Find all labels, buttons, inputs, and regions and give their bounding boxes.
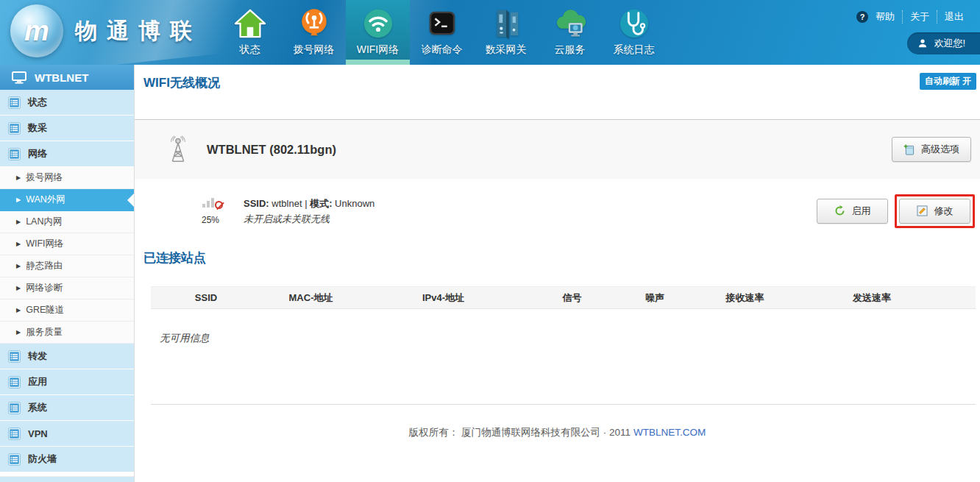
sidebar-item-label: 网络诊断 (26, 282, 63, 294)
list-icon (8, 376, 21, 389)
user-icon (917, 38, 928, 49)
sidebar-item-label: 防火墙 (28, 453, 57, 466)
submenu-arrow-icon: ▶ (16, 174, 21, 181)
enable-refresh-icon (834, 205, 845, 216)
nav-tab[interactable]: 系统日志 (602, 0, 666, 65)
sidebar-item[interactable]: ▶ 服务质量 (0, 322, 134, 344)
sidebar-item[interactable]: ▶ 网络诊断 (0, 277, 134, 300)
stations-section-title: 已连接站点 (143, 249, 980, 266)
nav-tab-label: 系统日志 (614, 43, 655, 57)
signal-block: 25% (190, 196, 231, 225)
list-icon (8, 96, 21, 109)
stations-column-header: MAC-地址 (261, 291, 361, 305)
page-title: WIFI无线概况 (143, 74, 220, 91)
advanced-options-button[interactable]: 高级选项 (892, 137, 971, 162)
radio-title: WTBLNET (802.11bgn) (207, 143, 336, 157)
stations-column-header: 接收速率 (692, 291, 798, 305)
top-links: ? 帮助 关于 退出 (856, 10, 971, 24)
sidebar-item-label: 应用 (28, 375, 47, 389)
sidebar-item-label: VPN (28, 428, 48, 439)
submenu-arrow-icon: ▶ (16, 219, 21, 225)
device-name-label: WTBLNET (35, 71, 88, 84)
edit-button[interactable]: 修改 (899, 199, 970, 224)
nav-tab[interactable]: 数采网关 (474, 0, 538, 65)
sidebar-item[interactable]: ▶ VPN (0, 421, 134, 447)
stations-table-header: SSID MAC-地址 IPv4-地址 信号 噪声 接收速率 发送速率 (151, 286, 976, 309)
brand-logo: m 物通博联 (10, 4, 202, 57)
sidebar-item-label: GRE隧道 (26, 304, 64, 316)
nav-tab-label: 状态 (240, 43, 260, 57)
stations-column-header: 噪声 (618, 291, 692, 305)
highlight-annotation: 修改 (895, 194, 975, 228)
nav-tab-label: 拨号网络 (294, 43, 335, 57)
sidebar-item[interactable]: ▶ WIFI网络 (0, 233, 134, 255)
list-icon (8, 350, 21, 363)
cloud-icon (553, 6, 587, 41)
top-nav: 状态 拨号网络 WIFI网络 诊断命令 (218, 0, 666, 65)
mode-value: Unknown (335, 198, 374, 209)
logout-link[interactable]: 退出 (937, 10, 971, 24)
sidebar-item[interactable]: ▶ 防火墙 (0, 447, 134, 472)
sidebar-item-label: WIFI网络 (26, 238, 63, 250)
top-header: m 物通博联 状态 拨号网络 WIFI网络 (0, 0, 980, 65)
sidebar-item-label: 数采 (28, 121, 47, 135)
footer: 版权所有： 厦门物通博联网络科技有限公司 · 2011 WTBLNET.COM (135, 426, 980, 439)
ssid-value: wtblnet (271, 198, 302, 209)
monitor-icon (12, 71, 26, 84)
welcome-label: 欢迎您! (934, 37, 965, 50)
sidebar-item[interactable]: ▶ 应用 (0, 369, 134, 395)
sidebar-item[interactable]: ▶ GRE隧道 (0, 300, 134, 322)
wifi-icon (361, 6, 395, 41)
nav-tab[interactable]: WIFI网络 (346, 0, 410, 65)
help-link[interactable]: 帮助 (868, 10, 902, 24)
submenu-arrow-icon: ▶ (16, 241, 21, 247)
submenu-arrow-icon: ▶ (16, 196, 21, 203)
sidebar-item[interactable]: ▶ 网络 (0, 141, 134, 167)
sidebar-item[interactable]: ▶ 状态 (0, 90, 134, 116)
sidebar-item[interactable]: ▶ 拨号网络 (0, 167, 134, 189)
submenu-arrow-icon: ▶ (16, 285, 21, 291)
sidebar-item[interactable]: ▶ 静态路由 (0, 255, 134, 277)
footer-site-link[interactable]: WTBLNET.COM (633, 427, 706, 438)
sidebar-item[interactable]: ▶ LAN内网 (0, 211, 134, 233)
gateway-icon (489, 6, 523, 41)
signal-disabled-icon (202, 196, 219, 208)
sidebar-item-label: 静态路由 (26, 260, 63, 272)
sidebar-item-label: 拨号网络 (26, 171, 63, 184)
stations-column-header: 信号 (526, 291, 618, 305)
sidebar-filler (0, 477, 134, 482)
footer-divider (151, 404, 976, 405)
edit-label: 修改 (934, 205, 954, 218)
radio-actions: 启用 修改 (817, 194, 975, 228)
sidebar-item-label: LAN内网 (26, 216, 62, 228)
stations-empty-text: 无可用信息 (160, 332, 980, 345)
enable-button[interactable]: 启用 (817, 199, 888, 224)
sidebar-device-name: WTBLNET (0, 65, 134, 90)
sidebar-item[interactable]: ▶ 数采 (0, 116, 134, 141)
list-icon (8, 402, 21, 414)
nav-tab[interactable]: 云服务 (538, 0, 602, 65)
stations-column-header: IPv4-地址 (361, 291, 526, 305)
sidebar-item[interactable]: ▶ 系统 (0, 395, 134, 421)
auto-refresh-toggle[interactable]: 自动刷新 开 (920, 73, 976, 90)
welcome-pill[interactable]: 欢迎您! (907, 32, 980, 54)
sidebar-item[interactable]: ▶ 转发 (0, 344, 134, 369)
ssid-info: SSID: wtblnet | 模式: Unknown 未开启或未关联无线 (244, 196, 374, 227)
nav-tab[interactable]: 状态 (218, 0, 282, 65)
sidebar-item-label: 状态 (28, 96, 47, 109)
sidebar-item-label: 转发 (28, 350, 47, 363)
dialup-icon (297, 6, 331, 41)
nav-tab[interactable]: 拨号网络 (282, 0, 346, 65)
ssid-separator: | (305, 198, 307, 209)
brand-logo-icon: m (10, 4, 63, 57)
list-icon (8, 122, 21, 135)
home-icon (233, 6, 267, 41)
sidebar-item-label: 系统 (28, 401, 47, 414)
about-link[interactable]: 关于 (902, 10, 937, 24)
nav-tab[interactable]: 诊断命令 (410, 0, 474, 65)
submenu-arrow-icon: ▶ (16, 307, 21, 313)
list-icon (8, 428, 21, 440)
sidebar-item[interactable]: ▶ WAN外网 (0, 189, 134, 211)
main-header: WIFI无线概况 自动刷新 开 (135, 65, 980, 119)
stations-column-header: 发送速率 (798, 291, 945, 305)
